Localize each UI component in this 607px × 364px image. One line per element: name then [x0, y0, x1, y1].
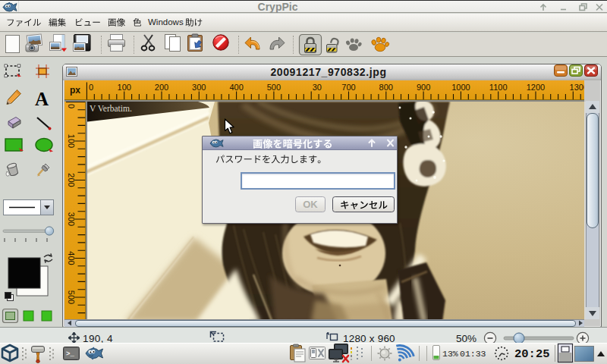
svg-text:700: 700 — [341, 83, 355, 92]
svg-text:1100: 1100 — [489, 83, 508, 92]
svg-text:200: 200 — [67, 173, 76, 187]
svg-text:200: 200 — [155, 83, 168, 92]
svg-text:1000: 1000 — [451, 83, 470, 92]
svg-text:>_: >_ — [66, 350, 74, 358]
svg-text:100: 100 — [67, 134, 76, 148]
svg-text:20:25: 20:25 — [514, 347, 550, 361]
svg-text:300: 300 — [67, 212, 76, 226]
svg-text:13%: 13% — [442, 349, 458, 359]
svg-text:400: 400 — [229, 83, 243, 92]
svg-text:A: A — [35, 89, 49, 109]
svg-text:px: px — [70, 85, 80, 96]
svg-text:30: 30 — [313, 83, 322, 92]
svg-text:400: 400 — [67, 251, 76, 265]
svg-text:0: 0 — [89, 83, 93, 92]
svg-text:100: 100 — [118, 83, 131, 92]
svg-text:500: 500 — [67, 290, 76, 304]
svg-text:01:33: 01:33 — [460, 349, 486, 359]
svg-text:800: 800 — [379, 83, 393, 92]
svg-text:1300: 1300 — [570, 83, 584, 92]
svg-text:1200: 1200 — [527, 83, 545, 92]
svg-text:300: 300 — [192, 83, 206, 92]
svg-text:900: 900 — [417, 83, 430, 92]
svg-text:500: 500 — [267, 83, 281, 92]
svg-text:0: 0 — [67, 104, 76, 108]
svg-text:V Verbatim.: V Verbatim. — [90, 104, 132, 113]
